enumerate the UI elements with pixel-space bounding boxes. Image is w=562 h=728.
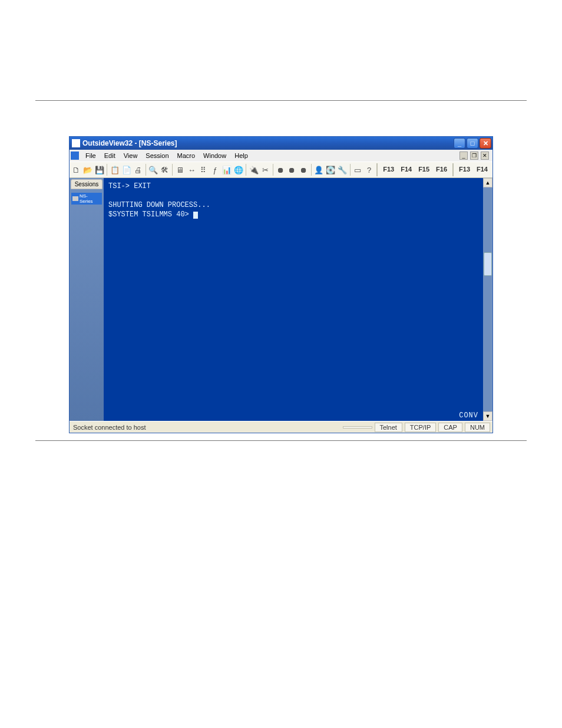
app-icon — [72, 139, 80, 147]
toolbar-separator — [107, 164, 107, 176]
page-divider-bottom — [35, 440, 527, 441]
session-icon — [72, 196, 78, 201]
record3-icon[interactable]: ⏺ — [298, 164, 309, 176]
toolbar-separator — [246, 164, 246, 176]
mdi-minimize-button[interactable]: _ — [459, 151, 468, 160]
fkey-f15[interactable]: F15 — [416, 163, 432, 176]
menu-edit[interactable]: Edit — [100, 150, 120, 161]
fkey-f13[interactable]: F13 — [381, 163, 396, 176]
fkey-f16[interactable]: F16 — [434, 163, 449, 176]
terminal-line: SHUTTING DOWN PROCESS... — [108, 201, 210, 209]
toolbar-separator — [350, 164, 351, 176]
close-button[interactable]: ✕ — [480, 138, 491, 149]
function-keys: F13 F14 F15 F16 F13 F14 — [375, 163, 491, 176]
print-icon[interactable]: 🖨 — [133, 164, 144, 176]
toolbar-separator — [311, 164, 312, 176]
terminal-prompt: $SYSTEM TSILMMS 40> — [108, 210, 193, 219]
status-message: Socket connected to host — [72, 424, 340, 431]
record1-icon[interactable]: ⏺ — [275, 164, 286, 176]
menu-macro[interactable]: Macro — [173, 150, 200, 161]
scroll-up-button[interactable]: ▲ — [483, 178, 492, 187]
vertical-scrollbar[interactable]: ▲ ▼ — [483, 178, 492, 421]
status-cap: CAP — [438, 423, 462, 432]
menu-window[interactable]: Window — [199, 150, 230, 161]
disk-icon[interactable]: 💽 — [325, 164, 336, 176]
terminal-status-word: CONV — [459, 411, 478, 420]
open-icon[interactable]: 📂 — [82, 164, 94, 176]
menu-help[interactable]: Help — [230, 150, 252, 161]
minimize-button[interactable]: _ — [454, 138, 465, 149]
document-icon — [71, 151, 79, 160]
copy-icon[interactable]: 📋 — [109, 164, 120, 176]
menu-view[interactable]: View — [120, 150, 142, 161]
settings-icon[interactable]: 🛠 — [160, 164, 171, 176]
mdi-restore-button[interactable]: ❐ — [470, 151, 478, 160]
page-divider-top — [35, 100, 527, 101]
dots-icon[interactable]: ⠿ — [198, 164, 209, 176]
status-num: NUM — [465, 423, 490, 432]
statusbar: Socket connected to host Telnet TCP/IP C… — [70, 421, 492, 433]
tool-icon[interactable]: 🔧 — [337, 164, 348, 176]
terminal-line: TSI-> EXIT — [108, 182, 151, 190]
toolbar: 🗋 📂 💾 📋 📄 🖨 🔍 🛠 🖥 ↔ ⠿ ƒ 📊 🌐 🔌 ✂ ⏺ ⏺ ⏺ — [70, 162, 492, 178]
save-icon[interactable]: 💾 — [94, 164, 105, 176]
menubar: File Edit View Session Macro Window Help… — [70, 150, 492, 162]
help-icon[interactable]: ? — [363, 164, 375, 176]
new-icon[interactable]: 🗋 — [71, 164, 82, 176]
toolbar-separator — [452, 163, 454, 176]
mdi-close-button[interactable]: ✕ — [481, 151, 489, 160]
toolbar-separator — [376, 163, 378, 176]
titlebar[interactable]: OutsideView32 - [NS-Series] _ □ ✕ — [70, 137, 492, 150]
fkey-f14b[interactable]: F14 — [474, 163, 490, 176]
plug-icon[interactable]: 🔌 — [248, 164, 259, 176]
terminal-screen[interactable]: TSI-> EXIT SHUTTING DOWN PROCESS... $SYS… — [104, 178, 483, 421]
fkey-f14[interactable]: F14 — [398, 163, 414, 176]
window-title: OutsideView32 - [NS-Series] — [82, 139, 454, 147]
arrows-icon[interactable]: ↔ — [186, 164, 197, 176]
window-controls: _ □ ✕ — [454, 138, 491, 149]
window-icon[interactable]: ▭ — [352, 164, 363, 176]
toolbar-separator — [172, 164, 173, 176]
menu-file[interactable]: File — [81, 150, 100, 161]
status-protocol: Telnet — [375, 423, 402, 432]
application-window: OutsideView32 - [NS-Series] _ □ ✕ File E… — [69, 136, 493, 433]
cut-icon[interactable]: ✂ — [260, 164, 271, 176]
work-area: Sessions NS-Series TSI-> EXIT SHUTTING D… — [70, 178, 492, 421]
sessions-sidebar: Sessions NS-Series — [70, 178, 104, 421]
paste-icon[interactable]: 📄 — [121, 164, 132, 176]
session-label: NS-Series — [80, 193, 101, 204]
terminal-cursor — [193, 212, 198, 219]
menu-session[interactable]: Session — [141, 150, 173, 161]
net-icon[interactable]: 🌐 — [233, 164, 244, 176]
terminal-container: TSI-> EXIT SHUTTING DOWN PROCESS... $SYS… — [104, 178, 492, 421]
toolbar-separator — [146, 164, 146, 176]
maximize-button[interactable]: □ — [467, 138, 478, 149]
scroll-track[interactable] — [483, 187, 492, 411]
find-icon[interactable]: 🔍 — [148, 164, 159, 176]
record2-icon[interactable]: ⏺ — [287, 164, 298, 176]
fx-icon[interactable]: ƒ — [210, 164, 221, 176]
mdi-controls: _ ❐ ✕ — [459, 151, 492, 160]
status-cell-blank — [343, 426, 372, 429]
user-icon[interactable]: 👤 — [313, 164, 325, 176]
scroll-down-button[interactable]: ▼ — [483, 411, 492, 421]
toolbar-separator — [273, 164, 273, 176]
sessions-tab[interactable]: Sessions — [71, 179, 103, 189]
chart-icon[interactable]: 📊 — [222, 164, 233, 176]
scroll-thumb[interactable] — [484, 252, 492, 276]
fkey-f13b[interactable]: F13 — [457, 163, 472, 176]
session-item-nsseries[interactable]: NS-Series — [71, 193, 102, 205]
monitor-icon[interactable]: 🖥 — [174, 164, 186, 176]
status-transport: TCP/IP — [405, 423, 436, 432]
